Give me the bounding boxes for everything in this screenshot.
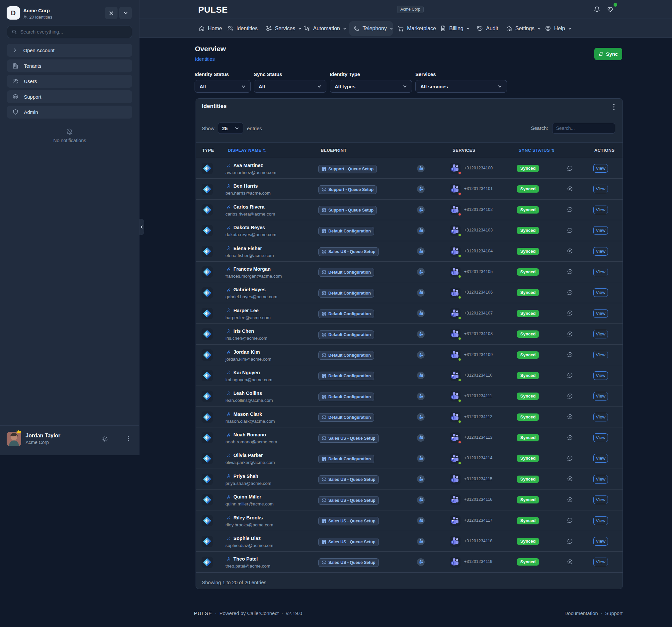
svg-text:T: T bbox=[452, 375, 454, 378]
svg-text:T: T bbox=[452, 230, 454, 233]
svg-text:T: T bbox=[452, 313, 454, 316]
svg-text:T: T bbox=[452, 437, 454, 440]
svg-text:T: T bbox=[452, 271, 454, 274]
svg-text:T: T bbox=[452, 500, 454, 503]
svg-text:T: T bbox=[452, 541, 454, 544]
svg-text:T: T bbox=[452, 333, 454, 336]
svg-text:T: T bbox=[452, 251, 454, 254]
svg-text:T: T bbox=[452, 292, 454, 295]
svg-text:T: T bbox=[452, 209, 454, 212]
svg-text:T: T bbox=[452, 458, 454, 461]
svg-text:T: T bbox=[452, 562, 454, 564]
svg-text:T: T bbox=[452, 189, 454, 192]
svg-text:T: T bbox=[452, 416, 454, 419]
svg-text:T: T bbox=[452, 354, 454, 357]
svg-text:T: T bbox=[452, 396, 454, 399]
svg-text:T: T bbox=[452, 168, 454, 171]
svg-text:T: T bbox=[452, 479, 454, 482]
svg-text:T: T bbox=[452, 520, 454, 523]
